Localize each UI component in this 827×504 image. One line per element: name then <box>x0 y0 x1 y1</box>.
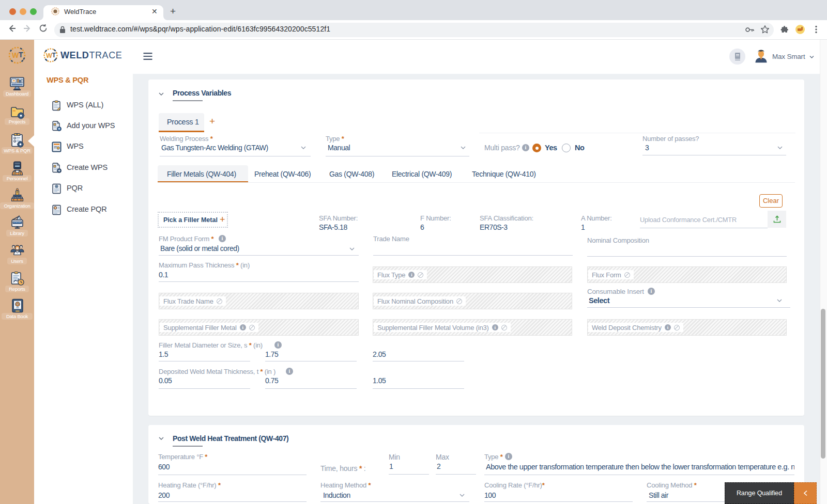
svg-text:T: T <box>52 52 56 59</box>
svg-text:W: W <box>46 52 52 59</box>
svg-text:T: T <box>19 51 23 59</box>
svg-text:W: W <box>12 51 19 59</box>
